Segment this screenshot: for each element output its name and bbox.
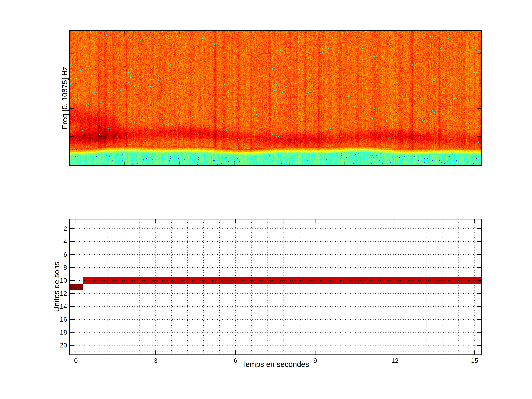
y-tick-label: 4 (41, 238, 67, 245)
y-tick-label: 6 (41, 251, 67, 258)
y-tick-label: 16 (41, 316, 67, 323)
y-tick-label: 18 (41, 329, 67, 336)
activity-chart (69, 219, 481, 355)
y-tick-label: 2 (41, 225, 67, 232)
x-tick-label: 3 (141, 357, 171, 364)
figure: Freq [0, 10875] Hz 03691215 246810121416… (0, 0, 532, 399)
x-tick-label: 12 (380, 357, 410, 364)
x-tick-label: 15 (460, 357, 489, 364)
activity-ylabel: Unites de sons (52, 262, 61, 312)
y-tick-label: 20 (41, 342, 67, 348)
spectrogram-border (70, 31, 481, 166)
spectrogram-ylabel: Freq [0, 10875] Hz (61, 66, 69, 129)
spectrogram-axes (69, 30, 481, 166)
activity-xlabel: Temps en secondes (242, 360, 309, 368)
x-tick-label: 0 (61, 357, 91, 364)
